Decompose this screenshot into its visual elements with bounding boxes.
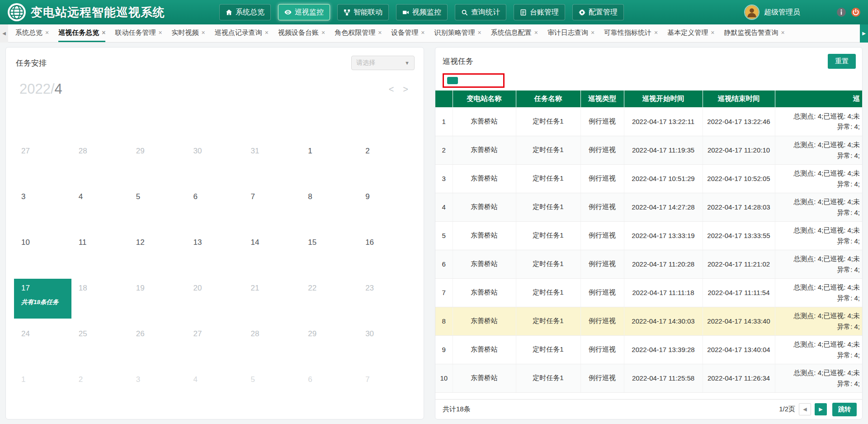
- workspace-tab[interactable]: 系统信息配置 ×: [491, 24, 538, 42]
- tab-close-icon[interactable]: ×: [421, 29, 425, 36]
- table-row[interactable]: 1 东善桥站 定时任务1 例行巡视 2022-04-17 13:22:11 20…: [435, 107, 862, 136]
- nav-button[interactable]: 查询统计: [455, 4, 506, 20]
- calendar-day[interactable]: 27: [186, 324, 244, 370]
- calendar-day[interactable]: 2: [71, 370, 129, 416]
- avatar[interactable]: [744, 5, 760, 20]
- nav-button[interactable]: 智能联动: [337, 4, 389, 20]
- calendar-day[interactable]: 14: [243, 233, 301, 279]
- table-row[interactable]: 10 东善桥站 定时任务1 例行巡视 2022-04-17 11:25:58 2…: [435, 364, 862, 392]
- calendar-day[interactable]: 27: [14, 142, 71, 187]
- tab-close-icon[interactable]: ×: [265, 29, 269, 36]
- calendar-day[interactable]: 22: [301, 279, 358, 324]
- power-logout-icon[interactable]: [851, 7, 861, 17]
- calendar-day[interactable]: 17 共有18条任务: [14, 279, 71, 319]
- calendar-day[interactable]: 25: [71, 324, 129, 370]
- tab-close-icon[interactable]: ×: [158, 29, 162, 36]
- nav-button[interactable]: 配置管理: [572, 4, 624, 20]
- tab-close-icon[interactable]: ×: [378, 29, 382, 36]
- inspection-type-tab[interactable]: [489, 77, 500, 84]
- workspace-tab[interactable]: 静默监视告警查询 ×: [724, 24, 784, 42]
- calendar-day[interactable]: 18: [71, 279, 129, 324]
- workspace-tab[interactable]: 联动任务管理 ×: [115, 24, 162, 42]
- tab-close-icon[interactable]: ×: [102, 29, 105, 36]
- calendar-day[interactable]: 3: [129, 370, 186, 416]
- tab-close-icon[interactable]: ×: [321, 29, 325, 36]
- workspace-tab[interactable]: 实时视频 ×: [172, 24, 205, 42]
- calendar-day[interactable]: 30: [358, 324, 415, 370]
- calendar-day[interactable]: 23: [358, 279, 415, 324]
- tab-close-icon[interactable]: ×: [781, 29, 784, 36]
- calendar-day[interactable]: 30: [186, 142, 244, 187]
- calendar-day[interactable]: 8: [301, 187, 358, 233]
- table-row[interactable]: 2 东善桥站 定时任务1 例行巡视 2022-04-17 11:19:35 20…: [435, 136, 862, 164]
- tabs-scroll-right-icon[interactable]: ▶: [860, 24, 868, 43]
- calendar-day[interactable]: 16: [358, 233, 415, 279]
- table-row[interactable]: 6 东善桥站 定时任务1 例行巡视 2022-04-17 11:20:28 20…: [435, 250, 862, 278]
- nav-button[interactable]: 台账管理: [514, 4, 565, 20]
- calendar-day[interactable]: 1: [301, 142, 358, 187]
- tab-close-icon[interactable]: ×: [711, 29, 714, 36]
- calendar-day[interactable]: 7: [358, 370, 415, 416]
- calendar-day[interactable]: 6: [301, 370, 358, 416]
- tab-close-icon[interactable]: ×: [534, 29, 538, 36]
- calendar-day[interactable]: 20: [186, 279, 244, 324]
- calendar-day[interactable]: 19: [129, 279, 186, 324]
- prev-page-button[interactable]: ◀: [799, 403, 811, 415]
- nav-button[interactable]: 系统总览: [219, 4, 271, 20]
- calendar-day[interactable]: 7: [243, 187, 301, 233]
- info-icon[interactable]: [836, 7, 846, 17]
- workspace-tab[interactable]: 审计日志查询 ×: [547, 24, 594, 42]
- workspace-tab[interactable]: 设备管理 ×: [391, 24, 425, 42]
- table-row[interactable]: 9 东善桥站 定时任务1 例行巡视 2022-04-17 13:39:28 20…: [435, 335, 862, 364]
- reset-button[interactable]: 重置: [828, 54, 856, 69]
- tab-close-icon[interactable]: ×: [478, 29, 481, 36]
- tab-close-icon[interactable]: ×: [202, 29, 205, 36]
- calendar-day[interactable]: 31: [243, 142, 301, 187]
- table-row[interactable]: 5 东善桥站 定时任务1 例行巡视 2022-04-17 13:33:19 20…: [435, 221, 862, 250]
- calendar-day[interactable]: 9: [358, 187, 415, 233]
- calendar-next-icon[interactable]: >: [403, 84, 408, 95]
- workspace-tab[interactable]: 系统总览 ×: [15, 24, 49, 42]
- tab-close-icon[interactable]: ×: [654, 29, 658, 36]
- calendar-prev-icon[interactable]: <: [389, 84, 394, 95]
- jump-button[interactable]: 跳转: [832, 403, 857, 416]
- calendar-day[interactable]: 29: [129, 142, 186, 187]
- nav-button[interactable]: 视频监控: [396, 4, 448, 20]
- schedule-select[interactable]: 请选择 ▼: [351, 56, 415, 70]
- calendar-day[interactable]: 26: [129, 324, 186, 370]
- calendar-day[interactable]: 28: [243, 324, 301, 370]
- tab-close-icon[interactable]: ×: [591, 29, 594, 36]
- calendar-day[interactable]: 24: [14, 324, 71, 370]
- calendar-day[interactable]: 29: [301, 324, 358, 370]
- inspection-type-tab[interactable]: [461, 77, 472, 84]
- calendar-day[interactable]: 11: [71, 233, 129, 279]
- workspace-tab[interactable]: 识别策略管理 ×: [434, 24, 481, 42]
- calendar-day[interactable]: 21: [243, 279, 301, 324]
- next-page-button[interactable]: ▶: [815, 403, 827, 415]
- calendar-day[interactable]: 28: [71, 142, 129, 187]
- calendar-day[interactable]: 12: [129, 233, 186, 279]
- calendar-day[interactable]: 1: [14, 370, 71, 416]
- tab-close-icon[interactable]: ×: [45, 29, 49, 36]
- calendar-day[interactable]: 5: [243, 370, 301, 416]
- workspace-tab[interactable]: 巡视任务总览 ×: [58, 24, 105, 42]
- calendar-day[interactable]: 4: [186, 370, 244, 416]
- workspace-tab[interactable]: 巡视点记录查询 ×: [215, 24, 269, 42]
- calendar-day[interactable]: 10: [14, 233, 71, 279]
- calendar-day[interactable]: 4: [71, 187, 129, 233]
- nav-button[interactable]: 巡视监控: [278, 4, 330, 20]
- inspection-type-tab[interactable]: [447, 77, 458, 84]
- inspection-type-tab[interactable]: [475, 77, 486, 84]
- workspace-tab[interactable]: 可靠性指标统计 ×: [604, 24, 658, 42]
- calendar-day[interactable]: 2: [358, 142, 415, 187]
- workspace-tab[interactable]: 视频设备台账 ×: [278, 24, 325, 42]
- calendar-day[interactable]: 13: [186, 233, 244, 279]
- table-row[interactable]: 7 东善桥站 定时任务1 例行巡视 2022-04-17 11:11:18 20…: [435, 278, 862, 307]
- table-row[interactable]: 3 东善桥站 定时任务1 例行巡视 2022-04-17 10:51:29 20…: [435, 164, 862, 193]
- calendar-day[interactable]: 6: [186, 187, 244, 233]
- calendar-day[interactable]: 5: [129, 187, 186, 233]
- calendar-day[interactable]: 3: [14, 187, 71, 233]
- table-row[interactable]: 4 东善桥站 定时任务1 例行巡视 2022-04-17 14:27:28 20…: [435, 193, 862, 221]
- workspace-tab[interactable]: 角色权限管理 ×: [335, 24, 382, 42]
- table-row[interactable]: 8 东善桥站 定时任务1 例行巡视 2022-04-17 14:30:03 20…: [435, 307, 862, 335]
